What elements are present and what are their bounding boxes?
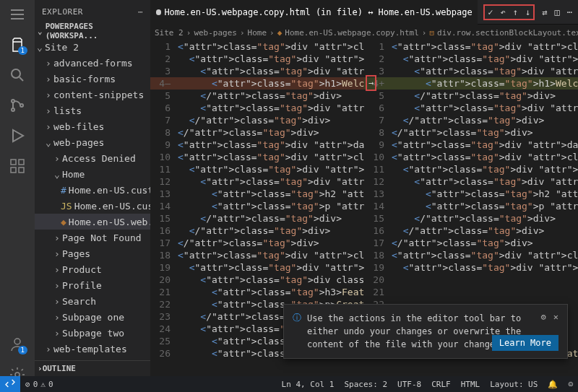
svg-rect-4 (11, 160, 16, 165)
workspace-header[interactable]: ⌄POWERPAGES (WORKSPA... (35, 23, 150, 39)
chevron-down-icon: ⌄ (38, 27, 43, 36)
next-change-icon[interactable]: ↓ (525, 7, 530, 17)
toast-settings-icon[interactable]: ⚙ (541, 312, 546, 322)
svg-point-1 (12, 100, 14, 103)
warning-icon: ⚠ (40, 380, 46, 389)
extensions-icon[interactable] (9, 157, 26, 175)
tab-more-icon[interactable]: ⋯ (567, 7, 572, 17)
prev-change-icon[interactable]: ↑ (513, 7, 518, 17)
svg-rect-6 (19, 167, 24, 173)
tree-item[interactable]: ◆Home.en-US.web... (35, 214, 150, 230)
encoding[interactable]: UTF-8 (392, 380, 426, 389)
tree-item[interactable]: ›web-templates (35, 341, 150, 357)
arrow-right-icon[interactable]: → (368, 78, 374, 88)
language-mode[interactable]: HTML (456, 380, 486, 389)
indentation[interactable]: Spaces: 2 (339, 380, 392, 389)
split-editor-icon[interactable]: ◫ (555, 7, 560, 17)
tree-item[interactable]: #Home.en-US.cust... (35, 182, 150, 198)
sidebar: EXPLORER ⋯ ⌄POWERPAGES (WORKSPA... ⌄Site… (35, 0, 150, 392)
error-icon: ⊘ (25, 380, 30, 389)
feedback-icon[interactable]: ☺ (563, 380, 578, 389)
outline-section[interactable]: ›OUTLINE (35, 360, 150, 376)
editor-tab[interactable]: Home.en-US.webpage.copy.html (in file) ↔… (150, 0, 478, 25)
tree-item[interactable]: ›Subpage two (35, 325, 150, 341)
svg-point-2 (12, 108, 14, 111)
explorer-more-icon[interactable]: ⋯ (138, 7, 143, 17)
menu-icon[interactable] (9, 6, 26, 23)
status-bar: ⊘0⚠0 Ln 4, Col 1 Spaces: 2 UTF-8 CRLF HT… (0, 376, 578, 392)
svg-rect-5 (11, 167, 16, 173)
tree-item[interactable]: ›lists (35, 103, 150, 118)
keyboard-layout[interactable]: Layout: US (485, 380, 543, 389)
info-icon: ⓘ (293, 312, 301, 351)
notifications-icon[interactable]: 🔔 (543, 380, 563, 389)
brackets-icon: ⊟ (429, 28, 434, 38)
svg-point-0 (12, 69, 20, 78)
toast-close-icon[interactable]: ✕ (553, 312, 558, 322)
toggle-whitespace-icon[interactable]: ⇄ (542, 7, 547, 17)
tree-item[interactable]: ⌄Site 2 (35, 39, 150, 55)
explorer-icon[interactable]: 1 (9, 36, 26, 53)
svg-point-8 (14, 339, 20, 344)
tree-item[interactable]: ›Pages (35, 245, 150, 261)
activity-bar: 1 1 (0, 0, 35, 392)
tree-item[interactable]: ›Subpage one (35, 309, 150, 325)
tree-item[interactable]: ›Access Denied (35, 150, 150, 166)
explorer-title: EXPLORER (42, 7, 83, 17)
tree-item[interactable]: ›Search (35, 293, 150, 309)
eol[interactable]: CRLF (426, 380, 456, 389)
tree-item[interactable]: ›Product (35, 261, 150, 277)
revert-icon[interactable]: ↶ (501, 7, 506, 17)
account-icon[interactable]: 1 (9, 336, 26, 353)
search-icon[interactable] (9, 66, 26, 84)
html-file-icon: ◆ (277, 28, 282, 38)
tree-item[interactable]: ⌄Home (35, 166, 150, 182)
file-tree: ⌄Site 2›advanced-forms›basic-forms›conte… (35, 39, 150, 360)
tree-item[interactable]: ›Profile (35, 277, 150, 293)
notification-toast: ⓘ Use the actions in the editor tool bar… (283, 304, 568, 359)
svg-rect-7 (19, 160, 24, 165)
inline-arrow-highlight: → (366, 75, 376, 91)
problems-indicator[interactable]: ⊘0⚠0 (20, 380, 59, 389)
run-icon[interactable] (9, 127, 26, 144)
remote-indicator[interactable] (0, 376, 20, 392)
account-badge: 1 (18, 346, 27, 354)
explorer-badge: 1 (18, 46, 27, 55)
tree-item[interactable]: ›web-files (35, 118, 150, 134)
cursor-position[interactable]: Ln 4, Col 1 (277, 380, 340, 389)
tree-item[interactable]: ›content-snippets (35, 87, 150, 103)
tree-item[interactable]: ›advanced-forms (35, 55, 150, 71)
source-control-icon[interactable] (9, 97, 26, 114)
tree-item[interactable]: ›basic-forms (35, 71, 150, 87)
modified-dot-icon (156, 9, 161, 15)
tree-item[interactable]: ›Page Not Found (35, 230, 150, 245)
learn-more-button[interactable]: Learn More (492, 335, 558, 351)
accept-icon[interactable]: ✓ (488, 7, 493, 17)
tree-item[interactable]: ⌄web-pages (35, 134, 150, 150)
breadcrumb[interactable]: Site 2› web-pages› Home› ◆Home.en-US.web… (150, 25, 578, 40)
tree-item[interactable]: JSHome.en-US.cust... (35, 198, 150, 214)
chevron-right-icon: › (38, 364, 43, 373)
diff-actions-highlight: ✓ ↶ ↑ ↓ (483, 4, 535, 20)
tab-bar: Home.en-US.webpage.copy.html (in file) ↔… (150, 0, 578, 25)
